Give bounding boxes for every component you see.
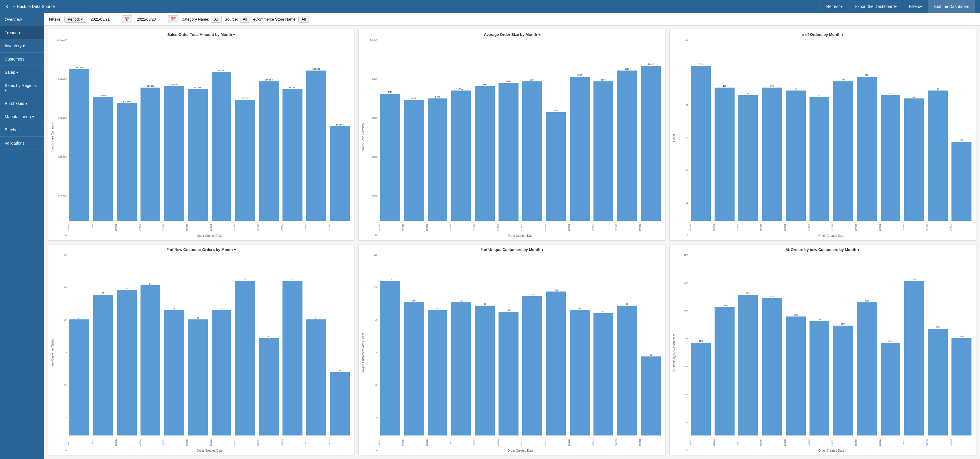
x-label-chart1-11: 03/2022 (328, 222, 352, 233)
filters-button[interactable]: Filters▾ (903, 0, 928, 13)
bar-col-chart6-7: 30% (855, 254, 878, 436)
x-label-chart2-2: 06/2021 (426, 222, 449, 233)
chart-card-chart5: # of Unique Customers by Month ▾Unique C… (358, 244, 665, 456)
bar-chart5-7 (546, 292, 566, 435)
cal-to-button[interactable]: 📅 (168, 15, 178, 23)
bar-value-chart2-6: $901 (530, 79, 535, 81)
x-label-chart1-7: 11/2021 (233, 222, 257, 233)
chart-title-chart1[interactable]: Sales Order Total Amount by Month ▾ (51, 32, 352, 37)
bar-col-chart2-7: $706 (544, 38, 568, 221)
date-to-input[interactable] (134, 16, 166, 23)
chart-title-chart6[interactable]: % Orders by new Customers by Month ▾ (673, 248, 973, 252)
sidebar-item-9[interactable]: Validations (0, 137, 44, 150)
x-label-chart1-1: 05/2021 (91, 222, 115, 233)
bar-chart3-2 (738, 95, 758, 221)
bar-chart5-5 (498, 312, 519, 435)
bar-chart3-5 (810, 97, 829, 221)
sidebar-item-4[interactable]: Sales ▾ (0, 66, 44, 79)
bar-chart2-8 (570, 77, 590, 221)
x-label-chart4-3: 07/2021 (139, 437, 162, 448)
export-button[interactable]: Export the Dashboard▾ (849, 0, 903, 13)
x-label-chart4-6: 10/2021 (210, 437, 233, 448)
chart-title-chart5[interactable]: # of Unique Customers by Month ▾ (361, 248, 662, 252)
x-labels-chart3: 04/202105/202106/202107/202108/202109/20… (689, 222, 973, 233)
chart-title-chart4[interactable]: # of New Customer Orders by Month ▾ (51, 248, 352, 252)
x-axis-title-chart5: Order Created Date (378, 449, 662, 452)
bar-col-chart5-3: 100 (449, 254, 473, 436)
bar-value-chart1-3: $84,428 (147, 85, 154, 87)
bar-col-chart1-1: $78,661 (91, 38, 115, 221)
sidebar-item-3[interactable]: Customers (0, 52, 44, 66)
sidebar-item-5[interactable]: Sales by Regions ▾ (0, 79, 44, 97)
bar-chart4-2 (117, 290, 137, 435)
bar-value-chart5-1: 100 (412, 300, 416, 302)
back-button[interactable]: ← Back to Data Source (5, 4, 55, 9)
bars-row-chart4: 242930312624263220322413 (68, 254, 352, 437)
bar-value-chart1-1: $78,661 (99, 94, 107, 97)
bar-chart3-10 (928, 91, 948, 221)
bar-value-chart6-7: 30% (865, 300, 869, 302)
period-dropdown[interactable]: Period: ▾ (64, 16, 86, 23)
bar-col-chart3-0: 116 (689, 38, 713, 221)
bar-value-chart5-6: 104 (531, 294, 534, 296)
x-label-chart1-10: 02/2022 (304, 222, 328, 233)
chart-with-axis-chart6: % Orders by New Customers35%30%25%20%15%… (673, 254, 973, 453)
bar-value-chart4-4: 26 (173, 308, 175, 310)
sidebar-item-6[interactable]: Purchases ▾ (0, 97, 44, 110)
bar-chart4-6 (212, 310, 232, 435)
bar-col-chart2-5: $891 (497, 38, 520, 221)
x-axis-title-chart2: Order Created Date (378, 234, 662, 237)
bar-chart1-3 (140, 87, 161, 221)
source-label: Source: (224, 17, 238, 21)
x-label-chart3-5: 09/2021 (808, 222, 831, 233)
bar-chart1-5 (188, 89, 208, 221)
bar-chart5-4 (475, 306, 495, 435)
bar-chart6-3 (762, 298, 782, 435)
sidebar-item-1[interactable]: Trends ▾ (0, 26, 44, 40)
refresh-button[interactable]: Refresh▾ (820, 0, 849, 13)
sidebar-item-8[interactable]: Batches (0, 124, 44, 137)
chart-title-chart2[interactable]: Average Order Size by Month ▾ (361, 32, 662, 37)
cal-from-button[interactable]: 📅 (122, 15, 132, 23)
bar-col-chart4-8: 20 (257, 254, 281, 436)
bar-col-chart6-10: 24% (926, 254, 950, 436)
x-label-chart3-11: 03/2022 (950, 222, 973, 233)
y-ticks-chart1: $100,000$80,000$60,000$40,000$20,000$0 (55, 38, 68, 237)
chart-title-chart3[interactable]: # of Orders by Month ▾ (673, 32, 973, 37)
date-from-input[interactable] (88, 16, 120, 23)
sidebar-item-7[interactable]: Manufacturing ▾ (0, 110, 44, 124)
x-label-chart1-6: 10/2021 (210, 222, 233, 233)
chart-with-axis-chart2: Total in Base Currency$1,000$800$600$400… (361, 38, 662, 237)
ecommerce-filter-group: eCommerce Store Name: All (253, 16, 309, 23)
chart-card-chart4: # of New Customer Orders by Month ▾New C… (48, 244, 355, 456)
x-label-chart1-4: 08/2021 (162, 222, 186, 233)
bar-value-chart4-1: 29 (102, 292, 104, 294)
bar-value-chart2-1: $787 (412, 97, 416, 100)
x-label-chart2-8: 12/2021 (568, 222, 592, 233)
source-select[interactable]: All (240, 16, 250, 23)
sidebar-item-2[interactable]: Inventory ▾ (0, 40, 44, 52)
sidebar-item-0[interactable]: Overview (0, 13, 44, 26)
bar-value-chart5-8: 94 (579, 308, 581, 310)
bar-value-chart1-11: $59,654 (336, 124, 344, 126)
x-label-chart5-9: 01/2022 (592, 437, 615, 448)
bar-chart1-2 (117, 103, 137, 221)
bar-value-chart3-1: 100 (723, 85, 726, 87)
category-select[interactable]: All (211, 16, 222, 23)
x-label-chart4-5: 09/2021 (186, 437, 210, 448)
bar-col-chart4-7: 32 (233, 254, 257, 436)
bar-col-chart5-9: 92 (592, 254, 615, 436)
bar-value-chart6-1: 29% (722, 305, 727, 307)
bar-chart4-4 (164, 310, 184, 435)
bar-col-chart3-8: 94 (879, 38, 902, 221)
bar-col-chart1-11: $59,654 (328, 38, 352, 221)
bar-col-chart2-11: $1,011 (639, 38, 663, 221)
x-label-chart5-1: 05/2021 (402, 437, 426, 448)
ecommerce-select[interactable]: All (298, 16, 309, 23)
bar-value-chart2-11: $1,011 (648, 63, 654, 65)
category-filter-group: Category Name: All (181, 16, 222, 23)
x-label-chart3-7: 11/2021 (855, 222, 878, 233)
x-label-chart4-0: 04/2021 (68, 437, 91, 448)
edit-dashboard-button[interactable]: Edit the Dashboard (928, 0, 975, 13)
bar-value-chart2-4: $872 (483, 83, 487, 86)
